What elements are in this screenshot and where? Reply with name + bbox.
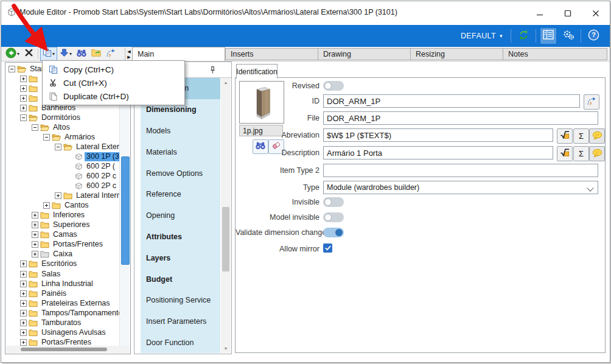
expand-plus-icon[interactable] [43,202,50,209]
back-button[interactable]: ▾ [3,47,22,61]
section-item-budget[interactable]: Budget [141,268,220,290]
pin-icon[interactable] [210,66,215,77]
tree-item-dormit-rios[interactable]: Dormitórios [6,113,120,122]
section-item-attributes[interactable]: Attributes [141,226,220,248]
validate-dimension-changed-toggle[interactable] [323,228,344,237]
scroll-down-icon[interactable]: ▼ [221,344,231,353]
description-comment-button[interactable] [589,146,605,161]
section-item-opening[interactable]: Opening [141,205,220,226]
expand-plus-icon[interactable] [20,300,27,307]
model-invisible-toggle[interactable] [323,212,344,222]
type-dropdown[interactable]: Module (wardrobes builder) [323,181,598,194]
tab-identification[interactable]: Identification [236,64,278,79]
tree-item-prateleiras-externas[interactable]: Prateleiras Externas [6,298,120,308]
tree-item-600-2p-c[interactable]: 600 2P c [6,181,120,191]
collapse-minus-icon[interactable] [9,66,15,72]
item-type-2-input[interactable] [323,164,598,177]
section-item-layers[interactable]: Layers [141,247,220,268]
tab-drawing[interactable]: Drawing [318,48,410,60]
tree-item-inferiores[interactable]: Inferiores [6,211,120,220]
tree-item-portas-frentes[interactable]: Portas/Frentes [6,240,120,250]
delete-button[interactable] [22,47,36,61]
tree-item-portas-frentes[interactable]: Portas/Frentes [6,337,120,346]
section-item-remove-options[interactable]: Remove Options [141,163,220,184]
expand-plus-icon[interactable] [32,231,38,238]
expand-plus-icon[interactable] [20,310,27,317]
scroll-left-icon[interactable]: ◀ [127,49,130,54]
expand-plus-icon[interactable] [20,95,27,102]
tab-inserts[interactable]: Inserts [225,48,318,60]
tab-main[interactable]: Main [132,47,225,61]
id-help-button[interactable]: ? [584,94,599,110]
expand-plus-icon[interactable] [32,212,38,219]
expand-plus-icon[interactable] [55,192,61,199]
abreviation-formula-button[interactable] [557,128,573,144]
expand-plus-icon[interactable] [32,222,38,228]
section-item-door-function[interactable]: Door Function [141,332,220,353]
invisible-toggle[interactable] [323,197,344,207]
expand-plus-icon[interactable] [20,329,27,336]
tree-item-altos[interactable]: Altos [6,122,120,132]
import-button[interactable]: ▾ [57,47,74,61]
expand-plus-icon[interactable] [20,105,27,111]
allow-mirror-checkbox[interactable] [323,243,332,253]
minimize-button[interactable] [526,1,554,25]
collapse-minus-icon[interactable] [55,144,61,150]
description-sigma-button[interactable]: Σ [573,146,589,161]
tree-item-tamburatos[interactable]: Tamburatos [6,318,120,327]
tree-item-600-2p[interactable]: 600 2P ( [6,161,120,171]
tree-item-300-1p-3101[interactable]: 300 1P (3101) [6,152,120,161]
collapse-minus-icon[interactable] [32,124,38,131]
expand-plus-icon[interactable] [20,261,27,267]
description-input[interactable] [323,146,553,159]
tree-item-lateral-externa[interactable]: Lateral Externa [6,142,120,152]
tree-item-lateral-interna[interactable]: Lateral Interna [6,191,120,201]
collapse-minus-icon[interactable] [20,114,27,121]
module-structure-button[interactable] [540,28,556,44]
scroll-right-icon[interactable]: ▶ [127,54,130,60]
profile-dropdown[interactable]: DEFAULT ▾ [457,29,506,43]
tree-horizontal-scrollbar[interactable] [6,346,130,353]
tree-item-linha-industrial[interactable]: Linha Industrial [6,279,120,289]
copy-button[interactable]: ▾ [40,47,57,61]
titlebar[interactable]: Module Editor - Promob Start Labs\System… [1,1,610,25]
tree-item-usinagens-avulsas[interactable]: Usinagens Avulsas [6,327,120,337]
tree-item-cantos[interactable]: Cantos [6,201,120,211]
search-button[interactable] [74,47,89,61]
section-item-insert-parameters[interactable]: Insert Parameters [141,311,220,332]
tab-resizing[interactable]: Resizing [410,48,503,60]
collapse-minus-icon[interactable] [43,134,50,141]
sections-scrollbar-thumb[interactable] [222,207,229,271]
section-item-positioning-service[interactable]: Positioning Service [141,290,220,311]
tree-vertical-scrollbar[interactable] [119,63,130,346]
menu-item-cut[interactable]: Cut (Ctrl+X) [43,76,184,89]
abreviation-input[interactable] [323,128,553,142]
settings-button[interactable] [560,28,576,44]
maximize-button[interactable] [554,1,582,25]
tree-horizontal-scrollbar-thumb[interactable] [21,348,107,351]
tree-item-superiores[interactable]: Superiores [6,220,120,230]
tree-item-camas[interactable]: Camas [6,230,120,240]
section-item-materials[interactable]: Materials [141,141,220,163]
expand-plus-icon[interactable] [20,75,27,82]
expand-plus-icon[interactable] [20,320,27,326]
expand-plus-icon[interactable] [20,339,27,346]
close-button[interactable] [582,1,610,25]
expand-plus-icon[interactable] [32,241,38,248]
scroll-up-icon[interactable]: ▲ [221,78,231,87]
refresh-button[interactable] [515,28,531,44]
section-item-reference[interactable]: Reference [141,184,220,205]
file-input[interactable] [323,111,598,125]
expand-plus-icon[interactable] [20,281,27,287]
tree-item-arm-rios[interactable]: Armários [6,132,120,142]
expand-plus-icon[interactable] [32,251,38,257]
help-button[interactable]: ? [585,28,601,44]
menu-item-copy[interactable]: Copy (Ctrl+C) [43,63,184,76]
tab-notes[interactable]: Notes [503,48,607,60]
expand-plus-icon[interactable] [20,85,27,92]
sections-scrollbar[interactable]: ▲ ▼ [221,78,231,353]
menu-item-duplicate[interactable]: Duplicate (Ctrl+D) [43,89,184,103]
tree-item-pain-is[interactable]: Painéis [6,289,120,298]
revised-toggle[interactable] [323,81,344,91]
abreviation-comment-button[interactable] [589,128,605,144]
